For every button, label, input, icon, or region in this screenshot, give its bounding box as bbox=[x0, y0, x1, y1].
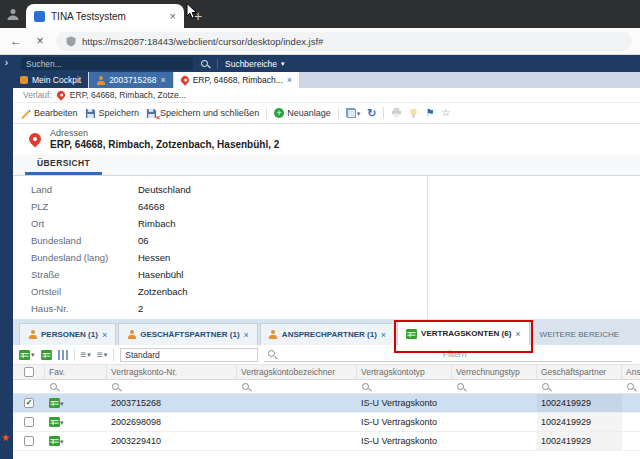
select-all-cell[interactable] bbox=[13, 365, 45, 379]
copy-button[interactable]: ▾ bbox=[346, 108, 361, 118]
close-icon[interactable]: × bbox=[102, 330, 107, 340]
column-filter-icon[interactable] bbox=[241, 382, 251, 392]
favorite-cell[interactable]: ▾ bbox=[45, 413, 107, 431]
chevron-down-icon[interactable]: ▾ bbox=[60, 419, 64, 426]
column-filter-icon[interactable] bbox=[541, 382, 551, 392]
favorite-cell[interactable]: ▾ bbox=[45, 394, 107, 412]
search-scope-dropdown[interactable]: Suchbereiche ▾ bbox=[225, 59, 285, 69]
select-all-checkbox[interactable] bbox=[24, 367, 34, 377]
global-search-input[interactable] bbox=[21, 57, 193, 70]
table-action-button[interactable] bbox=[41, 350, 52, 360]
column-filter-icon[interactable] bbox=[456, 382, 466, 392]
refresh-button[interactable]: ↻ bbox=[367, 108, 376, 119]
tab-personen[interactable]: PERSONEN (1) × bbox=[19, 323, 116, 345]
table-row[interactable]: ▾ 2002698098 IS-U Vertragskonto 10024199… bbox=[13, 413, 640, 432]
table-toolbar: ▾ ≡ ▾ ≡ ▾ bbox=[13, 345, 640, 365]
list-layout-button[interactable]: ≡ ▾ bbox=[97, 350, 107, 360]
app-tab-strip: Mein Cockpit 2003715268 × ERP, 64668, Ri… bbox=[13, 72, 640, 88]
chevron-down-icon: ▾ bbox=[104, 351, 108, 358]
search-icon[interactable] bbox=[200, 59, 210, 69]
row-select-cell[interactable]: ✓ bbox=[13, 394, 45, 412]
filter-cell[interactable] bbox=[237, 380, 357, 393]
column-header-bezeichner[interactable]: Vertragskontobezeichner bbox=[237, 365, 357, 379]
tab-ansprechpartner[interactable]: ANSPRECHPARTNER (1) × bbox=[260, 323, 395, 345]
filter-cell[interactable] bbox=[357, 380, 452, 393]
browser-tab[interactable]: TINA Testsystem × bbox=[26, 4, 184, 28]
favorite-star-button[interactable]: ☆ bbox=[441, 108, 450, 118]
chevron-down-icon[interactable]: ▾ bbox=[60, 438, 64, 445]
view-selector[interactable] bbox=[120, 348, 258, 362]
print-button[interactable] bbox=[391, 108, 402, 118]
expand-sidebar-icon[interactable]: › bbox=[0, 57, 13, 68]
edit-button[interactable]: Bearbeiten bbox=[20, 108, 78, 119]
column-filter-icon[interactable] bbox=[626, 382, 636, 392]
table-icon bbox=[41, 350, 52, 360]
columns-icon[interactable] bbox=[58, 350, 68, 360]
column-header-geschaeftspartner[interactable]: Geschäftspartner bbox=[537, 365, 622, 379]
contract-account-icon bbox=[49, 436, 60, 446]
row-select-cell[interactable] bbox=[13, 413, 45, 431]
tab-geschaeftspartner[interactable]: GESCHÄFTSPARTNER (1) × bbox=[118, 323, 258, 345]
filter-cell[interactable] bbox=[452, 380, 537, 393]
field-label: Ort bbox=[31, 218, 138, 229]
save-close-button[interactable]: × Speichern und schließen bbox=[146, 108, 259, 119]
close-icon[interactable]: × bbox=[515, 329, 520, 339]
close-icon[interactable]: × bbox=[160, 75, 165, 85]
copy-icon bbox=[346, 108, 356, 118]
column-header-verrechnungstyp[interactable]: Verrechnungstyp bbox=[452, 365, 537, 379]
column-filter-icon[interactable] bbox=[49, 382, 59, 392]
close-icon[interactable]: × bbox=[244, 330, 249, 340]
tab-mein-cockpit[interactable]: Mein Cockpit bbox=[13, 72, 88, 88]
profile-icon[interactable] bbox=[6, 7, 20, 21]
notification-star-icon[interactable]: ★ bbox=[1, 432, 10, 443]
close-tab-icon[interactable]: × bbox=[170, 10, 176, 22]
column-header-ansprechpartner[interactable]: Ansprechpartner bbox=[622, 365, 640, 379]
address-form: LandDeutschland PLZ64668 OrtRimbach Bund… bbox=[13, 176, 428, 319]
detail-tab-strip: ÜBERSICHT bbox=[13, 154, 640, 176]
add-row-button[interactable]: ▾ bbox=[19, 350, 35, 360]
quick-filter[interactable] bbox=[264, 347, 632, 362]
new-record-button[interactable]: + Neuanlage bbox=[274, 108, 331, 118]
new-record-label: Neuanlage bbox=[287, 108, 331, 118]
notification-button[interactable] bbox=[409, 108, 418, 118]
filter-cell[interactable] bbox=[45, 380, 107, 393]
pin-icon bbox=[55, 89, 66, 100]
row-checkbox[interactable] bbox=[24, 436, 34, 446]
column-filter-icon[interactable] bbox=[361, 382, 371, 392]
row-checkbox-checked[interactable]: ✓ bbox=[24, 398, 34, 408]
form-row-haus-nr: Haus-Nr.2 bbox=[31, 300, 427, 317]
save-button[interactable]: Speichern bbox=[85, 108, 140, 119]
menu-button[interactable]: ≡ ▾ bbox=[81, 350, 91, 360]
tab-weitere-bereiche[interactable]: WEITERE BEREICHE bbox=[532, 323, 628, 345]
tab-erp-rimbach[interactable]: ERP, 64668, Rimbach... × bbox=[174, 72, 299, 88]
column-filter-icon[interactable] bbox=[111, 382, 121, 392]
breadcrumb-current[interactable]: ERP, 64668, Rimbach, Zotze... bbox=[70, 90, 186, 100]
tab-label: VERTRAGSKONTEN (6) bbox=[421, 329, 511, 338]
filter-cell[interactable] bbox=[537, 380, 622, 393]
filter-cell[interactable] bbox=[622, 380, 640, 393]
flag-button[interactable]: ⚑ bbox=[425, 108, 434, 118]
field-label: Bundesland (lang) bbox=[31, 252, 138, 263]
tab-2003715268[interactable]: 2003715268 × bbox=[89, 72, 173, 88]
stop-button[interactable]: × bbox=[32, 34, 48, 48]
favorite-cell[interactable]: ▾ bbox=[45, 432, 107, 450]
table-row[interactable]: ✓ ▾ 2003715268 IS-U Vertragskonto 100241… bbox=[13, 394, 640, 413]
column-header-typ[interactable]: Vertragskontotyp bbox=[357, 365, 452, 379]
filter-input[interactable] bbox=[280, 349, 629, 359]
close-icon[interactable]: × bbox=[381, 330, 386, 340]
vertragskonten-table: Fav. Vertragskonto-Nr. Vertragskontobeze… bbox=[13, 365, 640, 459]
filter-cell[interactable] bbox=[107, 380, 237, 393]
address-bar[interactable]: https://ms2087:18443/webclient/cursor/de… bbox=[56, 32, 632, 51]
column-header-fav[interactable]: Fav. bbox=[45, 365, 107, 379]
tab-uebersicht[interactable]: ÜBERSICHT bbox=[25, 154, 102, 175]
close-icon[interactable]: × bbox=[287, 75, 292, 85]
cell-ansprechpartner bbox=[622, 413, 640, 431]
column-header-vertragskonto-nr[interactable]: Vertragskonto-Nr. bbox=[107, 365, 237, 379]
back-button[interactable]: ← bbox=[8, 34, 24, 48]
chevron-down-icon[interactable]: ▾ bbox=[60, 400, 64, 407]
table-row[interactable]: ▾ 2003229410 IS-U Vertragskonto 10024199… bbox=[13, 432, 640, 451]
tab-vertragskonten[interactable]: VERTRAGSKONTEN (6) × bbox=[397, 321, 530, 345]
row-select-cell[interactable] bbox=[13, 432, 45, 450]
chevron-down-icon: ▾ bbox=[87, 351, 91, 358]
row-checkbox[interactable] bbox=[24, 417, 34, 427]
